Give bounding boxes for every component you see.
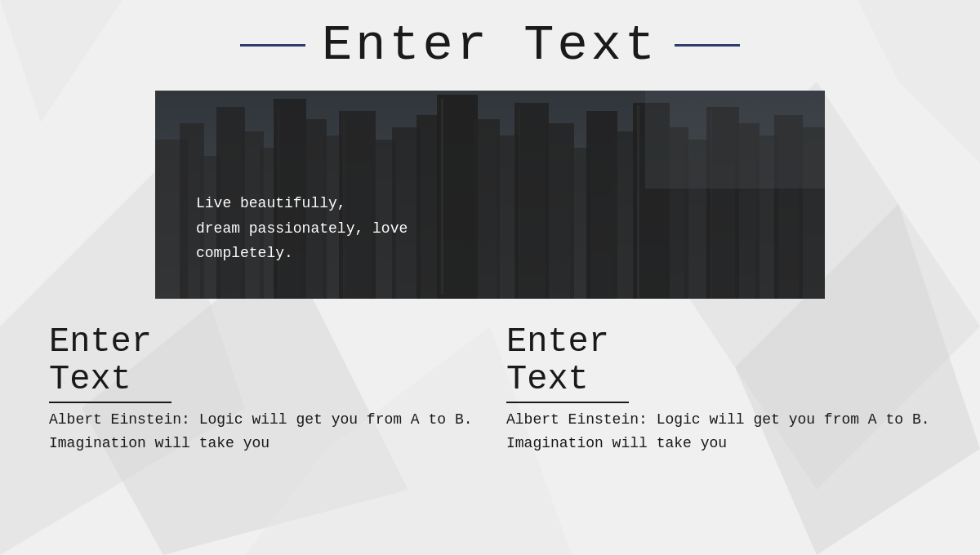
bottom-section: Enter Text Albert Einstein: Logic will g… — [33, 323, 947, 455]
right-column: Enter Text Albert Einstein: Logic will g… — [490, 323, 947, 455]
left-column-text: Albert Einstein: Logic will get you from… — [49, 408, 474, 455]
quote-line3: completely. — [196, 245, 293, 261]
left-title-line2: Text — [49, 360, 131, 399]
hero-quote: Live beautifully, dream passionately, lo… — [196, 191, 408, 266]
right-title-line2: Text — [506, 360, 589, 399]
page-content: Enter Text — [0, 0, 980, 472]
quote-line1: Live beautifully, — [196, 195, 346, 211]
left-column: Enter Text Albert Einstein: Logic will g… — [33, 323, 490, 455]
quote-line2: dream passionately, love — [196, 220, 408, 237]
page-title: Enter Text — [322, 16, 658, 74]
header: Enter Text — [33, 16, 947, 74]
header-line-left — [240, 44, 305, 47]
hero-image: Live beautifully, dream passionately, lo… — [155, 91, 825, 299]
left-column-title: Enter Text — [49, 323, 474, 398]
left-title-line1: Enter — [49, 322, 152, 362]
right-title-line1: Enter — [506, 322, 609, 362]
right-column-underline — [506, 402, 629, 403]
left-column-underline — [49, 402, 172, 403]
right-column-text: Albert Einstein: Logic will get you from… — [506, 408, 931, 455]
header-line-right — [675, 44, 740, 47]
right-column-title: Enter Text — [506, 323, 931, 398]
